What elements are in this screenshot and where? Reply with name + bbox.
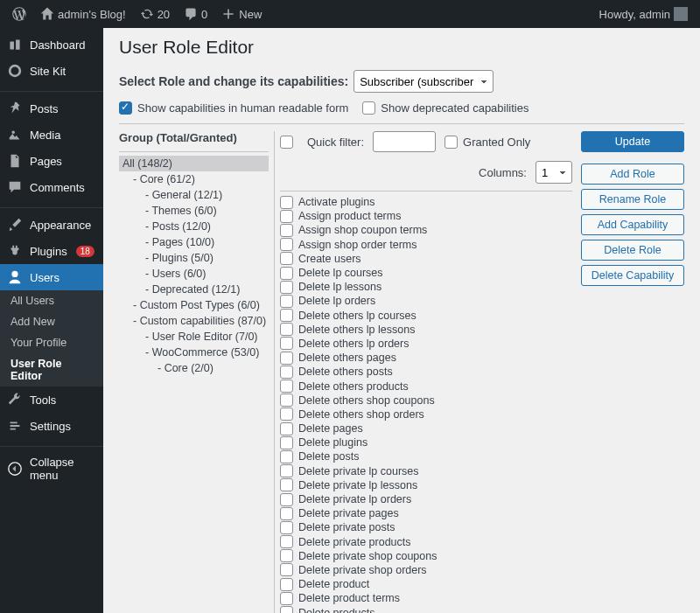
columns-select[interactable]: 1	[536, 161, 572, 184]
capability-checkbox[interactable]	[280, 380, 293, 393]
capability-item[interactable]: Delete private lp lessons	[280, 478, 572, 492]
capability-item[interactable]: Assign product terms	[280, 209, 572, 223]
capability-item[interactable]: Delete product terms	[280, 591, 572, 605]
group-item[interactable]: - General (12/1)	[119, 187, 269, 203]
capability-item[interactable]: Delete private lp orders	[280, 492, 572, 506]
menu-dashboard[interactable]: Dashboard	[0, 31, 103, 58]
group-item[interactable]: - Plugins (5/0)	[119, 250, 269, 266]
delete-role-button[interactable]: Delete Role	[581, 240, 684, 261]
capability-item[interactable]: Delete private shop orders	[280, 563, 572, 577]
show-readable-checkbox[interactable]	[119, 101, 132, 115]
capability-item[interactable]: Delete products	[280, 605, 572, 613]
capability-item[interactable]: Delete private pages	[280, 506, 572, 520]
capability-item[interactable]: Delete others products	[280, 379, 572, 393]
submenu-user-role-editor[interactable]: User Role Editor	[0, 353, 103, 387]
group-item[interactable]: - Deprecated (12/1)	[119, 282, 269, 297]
capability-checkbox[interactable]	[280, 281, 293, 294]
capability-item[interactable]: Delete product	[280, 577, 572, 591]
capability-checkbox[interactable]	[280, 267, 293, 280]
capability-checkbox[interactable]	[280, 323, 293, 336]
capability-checkbox[interactable]	[280, 493, 293, 506]
capability-checkbox[interactable]	[280, 535, 293, 548]
show-deprecated-checkbox[interactable]	[362, 101, 375, 115]
menu-site-kit[interactable]: Site Kit	[0, 58, 103, 84]
capability-item[interactable]: Delete lp lessons	[280, 280, 572, 294]
capability-checkbox[interactable]	[280, 549, 293, 562]
capability-checkbox[interactable]	[280, 478, 293, 491]
menu-users[interactable]: Users	[0, 264, 103, 290]
menu-comments[interactable]: Comments	[0, 174, 103, 200]
capability-checkbox[interactable]	[280, 337, 293, 350]
menu-media[interactable]: Media	[0, 122, 103, 148]
menu-collapse-menu[interactable]: Collapse menu	[0, 450, 103, 487]
capability-checkbox[interactable]	[280, 295, 293, 308]
capability-item[interactable]: Activate plugins	[280, 195, 572, 209]
show-deprecated-option[interactable]: Show deprecated capabilities	[362, 101, 528, 115]
capability-checkbox[interactable]	[280, 408, 293, 421]
capability-checkbox[interactable]	[280, 521, 293, 534]
menu-tools[interactable]: Tools	[0, 387, 103, 413]
capability-checkbox[interactable]	[280, 464, 293, 477]
new-content[interactable]: New	[216, 0, 267, 28]
group-item[interactable]: - Users (6/0)	[119, 266, 269, 282]
wp-logo[interactable]	[7, 0, 32, 28]
capability-item[interactable]: Delete private lp courses	[280, 464, 572, 478]
capability-item[interactable]: Delete private shop coupons	[280, 549, 572, 563]
capability-item[interactable]: Delete private posts	[280, 520, 572, 534]
menu-appearance[interactable]: Appearance	[0, 212, 103, 238]
comments-link[interactable]: 0	[178, 0, 213, 28]
capability-checkbox[interactable]	[280, 507, 293, 520]
granted-only-checkbox[interactable]	[444, 136, 458, 149]
capability-item[interactable]: Delete others shop coupons	[280, 394, 572, 408]
add-role-button[interactable]: Add Role	[581, 164, 684, 185]
submenu-all-users[interactable]: All Users	[0, 290, 103, 311]
role-select[interactable]: Subscriber (subscriber)	[354, 70, 494, 93]
group-item[interactable]: - Custom Post Types (6/0)	[119, 297, 269, 313]
capability-item[interactable]: Create users	[280, 252, 572, 266]
capability-checkbox[interactable]	[280, 606, 293, 613]
capability-checkbox[interactable]	[280, 436, 293, 449]
group-item[interactable]: - Pages (10/0)	[119, 234, 269, 250]
capability-checkbox[interactable]	[280, 366, 293, 379]
group-item[interactable]: - Core (2/0)	[119, 360, 269, 376]
show-readable-option[interactable]: Show capabilities in human readable form	[119, 101, 348, 115]
group-item[interactable]: - WooCommerce (53/0)	[119, 345, 269, 360]
delete-capability-button[interactable]: Delete Capability	[581, 265, 684, 286]
capability-checkbox[interactable]	[280, 224, 293, 237]
capability-checkbox[interactable]	[280, 563, 293, 576]
rename-role-button[interactable]: Rename Role	[581, 189, 684, 210]
update-button[interactable]: Update	[581, 131, 684, 152]
capability-checkbox[interactable]	[280, 238, 293, 251]
submenu-your-profile[interactable]: Your Profile	[0, 332, 103, 353]
capabilities-list[interactable]: Activate pluginsAssign product termsAssi…	[280, 191, 572, 613]
capability-checkbox[interactable]	[280, 592, 293, 605]
menu-posts[interactable]: Posts	[0, 95, 103, 122]
capability-checkbox[interactable]	[280, 196, 293, 209]
capability-item[interactable]: Delete others posts	[280, 365, 572, 379]
capability-item[interactable]: Delete lp courses	[280, 266, 572, 280]
capability-item[interactable]: Delete pages	[280, 421, 572, 435]
group-item[interactable]: - Core (61/2)	[119, 171, 269, 187]
capability-checkbox[interactable]	[280, 252, 293, 265]
menu-pages[interactable]: Pages	[0, 148, 103, 174]
submenu-add-new[interactable]: Add New	[0, 311, 103, 332]
capability-item[interactable]: Delete others lp orders	[280, 337, 572, 351]
updates-link[interactable]: 20	[135, 0, 175, 28]
group-item[interactable]: - Custom capabilities (87/0)	[119, 313, 269, 329]
group-item[interactable]: All (148/2)	[119, 156, 269, 171]
add-capability-button[interactable]: Add Capability	[581, 214, 684, 235]
site-home-link[interactable]: admin's Blog!	[35, 0, 131, 28]
capability-item[interactable]: Delete others pages	[280, 351, 572, 365]
menu-plugins[interactable]: Plugins18	[0, 238, 103, 264]
capability-checkbox[interactable]	[280, 309, 293, 322]
account-link[interactable]: Howdy, admin	[594, 0, 693, 28]
capability-item[interactable]: Delete lp orders	[280, 294, 572, 308]
granted-only-option[interactable]: Granted Only	[444, 136, 530, 149]
capability-checkbox[interactable]	[280, 578, 293, 591]
capability-checkbox[interactable]	[280, 394, 293, 407]
capability-checkbox[interactable]	[280, 210, 293, 223]
capability-item[interactable]: Delete others shop orders	[280, 408, 572, 421]
capability-checkbox[interactable]	[280, 450, 293, 463]
capability-item[interactable]: Assign shop order terms	[280, 238, 572, 252]
group-item[interactable]: - User Role Editor (7/0)	[119, 329, 269, 345]
